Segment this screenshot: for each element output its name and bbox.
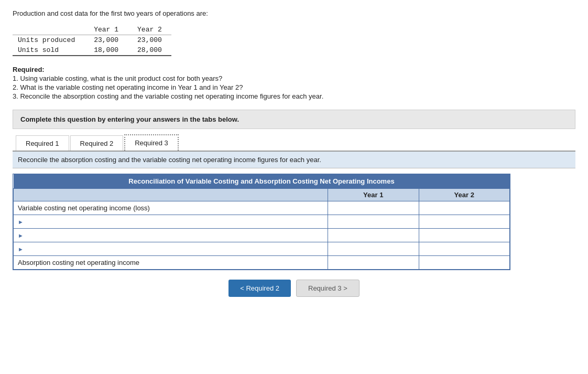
row0-year1-cell[interactable]: [328, 201, 419, 215]
row1-year2-cell[interactable]: [419, 215, 510, 229]
col-label-header: [13, 25, 84, 35]
row2-year2-cell[interactable]: [419, 229, 510, 242]
row-year1: 23,000: [84, 35, 128, 46]
table-row: Units sold 18,000 28,000: [13, 45, 171, 56]
required-item-2: 2. What is the variable costing net oper…: [13, 83, 575, 91]
row0-year2-cell[interactable]: [419, 201, 510, 215]
reconcile-table-wrapper: Reconciliation of Variable Costing and A…: [13, 174, 510, 270]
row2-year2-input[interactable]: [423, 231, 506, 239]
row0-label: Variable costing net operating income (l…: [14, 201, 328, 215]
row4-year2-input[interactable]: [423, 259, 506, 266]
tabs-row: Required 1 Required 2 Required 3: [13, 134, 575, 152]
required-label: Required:: [13, 66, 45, 73]
row-year2: 23,000: [128, 35, 171, 46]
row3-year1-cell[interactable]: [328, 242, 419, 256]
intro-text: Production and cost data for the first t…: [13, 9, 575, 17]
reconcile-main-header: Reconciliation of Variable Costing and A…: [14, 174, 510, 189]
col-header-year2: Year 2: [419, 189, 510, 201]
tab-required3[interactable]: Required 3: [124, 134, 179, 151]
tab-required2[interactable]: Required 2: [70, 135, 124, 151]
complete-banner: Complete this question by entering your …: [13, 110, 575, 129]
col-header-label: [14, 189, 328, 201]
reconcile-header-row: Reconciliation of Variable Costing and A…: [14, 174, 510, 189]
row1-year1-input[interactable]: [332, 218, 415, 226]
row1-label: ►: [14, 215, 328, 229]
row2-year1-cell[interactable]: [328, 229, 419, 242]
tab-description: Reconcile the absorption costing and the…: [13, 152, 575, 168]
required-section: Required: 1. Using variable costing, wha…: [13, 66, 575, 100]
required-item-1: 1. Using variable costing, what is the u…: [13, 74, 575, 82]
next-button[interactable]: Required 3 >: [296, 280, 360, 297]
reconcile-row-3: ►: [14, 242, 510, 256]
row4-year1-input[interactable]: [332, 259, 415, 266]
row-year2: 28,000: [128, 45, 171, 56]
row-label: Units produced: [13, 35, 84, 46]
data-table: Year 1 Year 2 Units produced 23,000 23,0…: [13, 25, 171, 56]
row3-year1-input[interactable]: [332, 245, 415, 253]
tabs-section: Required 1 Required 2 Required 3 Reconci…: [13, 134, 575, 168]
table-row: Units produced 23,000 23,000: [13, 35, 171, 46]
row0-year1-input[interactable]: [332, 204, 415, 212]
prev-button[interactable]: < Required 2: [228, 280, 291, 297]
row2-arrow: ►: [18, 232, 24, 239]
row4-year2-cell[interactable]: [419, 256, 510, 270]
row1-year2-input[interactable]: [423, 218, 506, 226]
tab-required1[interactable]: Required 1: [16, 135, 69, 151]
row-year1: 18,000: [84, 45, 128, 56]
row3-year2-input[interactable]: [423, 245, 506, 253]
bottom-nav: < Required 2 Required 3 >: [13, 280, 575, 297]
reconcile-row-2: ►: [14, 229, 510, 242]
reconcile-row-4: Absorption costing net operating income: [14, 256, 510, 270]
row2-year1-input[interactable]: [332, 231, 415, 239]
row3-arrow: ►: [18, 246, 24, 252]
reconcile-table: Reconciliation of Variable Costing and A…: [13, 174, 510, 270]
data-table-wrapper: Year 1 Year 2 Units produced 23,000 23,0…: [13, 25, 575, 56]
year1-header: Year 1: [84, 25, 128, 35]
row1-year1-cell[interactable]: [328, 215, 419, 229]
year2-header: Year 2: [128, 25, 171, 35]
row4-year1-cell[interactable]: [328, 256, 419, 270]
reconcile-col-header-row: Year 1 Year 2: [14, 189, 510, 201]
row3-year2-cell[interactable]: [419, 242, 510, 256]
required-item-3: 3. Reconcile the absorption costing and …: [13, 92, 575, 100]
row1-arrow: ►: [18, 219, 24, 225]
row3-label: ►: [14, 242, 328, 256]
row2-label: ►: [14, 229, 328, 242]
row-label: Units sold: [13, 45, 84, 56]
row4-label: Absorption costing net operating income: [14, 256, 328, 270]
reconcile-row-0: Variable costing net operating income (l…: [14, 201, 510, 215]
row0-year2-input[interactable]: [423, 204, 506, 212]
col-header-year1: Year 1: [328, 189, 419, 201]
reconcile-row-1: ►: [14, 215, 510, 229]
